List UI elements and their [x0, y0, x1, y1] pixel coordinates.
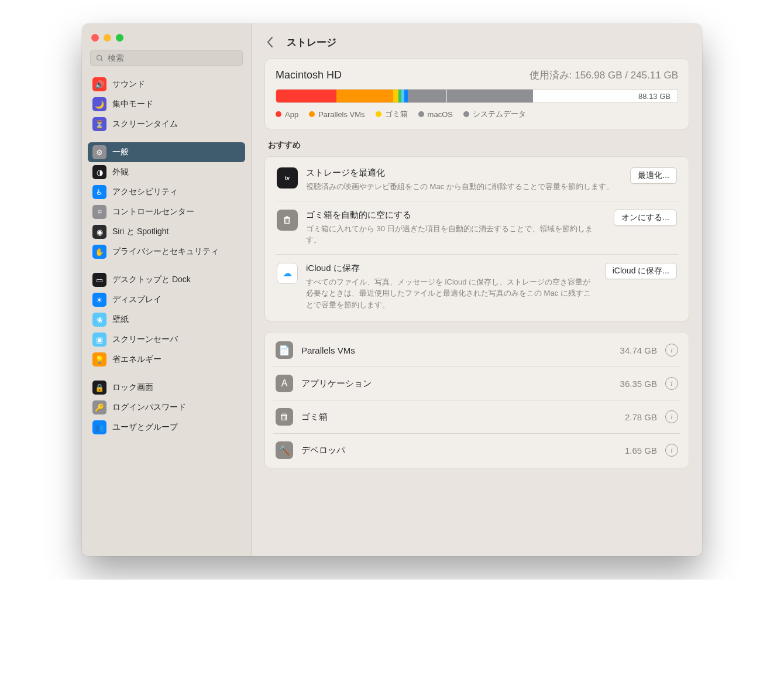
window-controls [88, 30, 245, 50]
category-name: デベロッパ [301, 445, 617, 456]
sidebar-item-icon: ✋ [92, 245, 106, 259]
recommendation-row: 🗑ゴミ箱を自動的に空にするゴミ箱に入れてから 30 日が過ぎた項目を自動的に消去… [276, 201, 678, 254]
sidebar: 🔊サウンド🌙集中モード⏳スクリーンタイム⚙一般◑外観♿︎アクセシビリティ⌗コント… [82, 23, 252, 556]
category-icon: 🔨 [276, 441, 293, 459]
storage-segment [408, 90, 446, 102]
recommendation-row: tvストレージを最適化視聴済みの映画やテレビ番組をこの Mac から自動的に削除… [276, 159, 678, 201]
sidebar-item-label: プライバシーとセキュリティ [112, 246, 219, 257]
sidebar-item-icon: ▣ [92, 333, 106, 347]
recommendation-button[interactable]: オンにする... [614, 210, 677, 226]
legend-label: システムデータ [473, 109, 526, 119]
legend-swatch [309, 111, 315, 117]
sidebar-item[interactable]: ◉Siri と Spotlight [88, 222, 245, 242]
sidebar-item-icon: 🌙 [92, 97, 106, 111]
recommendation-title: ストレージを最適化 [306, 167, 622, 179]
legend-item: ゴミ箱 [376, 109, 408, 119]
sidebar-item[interactable]: ☀ディスプレイ [88, 290, 245, 310]
fullscreen-window-button[interactable] [116, 34, 123, 42]
sidebar-item[interactable]: ✋プライバシーとセキュリティ [88, 242, 245, 262]
search-field[interactable] [90, 50, 243, 66]
storage-legend: AppParallels VMsゴミ箱macOSシステムデータ [276, 109, 678, 119]
storage-segment [447, 90, 533, 102]
storage-segment [276, 90, 336, 102]
sidebar-item-label: ログインパスワード [112, 402, 186, 413]
sidebar-item-icon: ☀ [92, 293, 106, 307]
category-icon: A [276, 375, 293, 392]
recommendation-desc: すべてのファイル、写真、メッセージを iCloud に保存し、ストレージの空き容… [306, 276, 597, 311]
sidebar-item-label: スクリーンセーバ [112, 334, 178, 345]
recommendation-button[interactable]: iCloud に保存... [605, 263, 677, 279]
free-space-label: 88.13 GB [638, 90, 670, 102]
recommendations-heading: おすすめ [268, 140, 689, 150]
legend-label: Parallels VMs [318, 110, 365, 119]
settings-window: 🔊サウンド🌙集中モード⏳スクリーンタイム⚙一般◑外観♿︎アクセシビリティ⌗コント… [82, 23, 702, 556]
back-button[interactable] [262, 34, 278, 50]
category-row[interactable]: Aアプリケーション36.35 GBi [273, 366, 680, 400]
disk-panel: Macintosh HD 使用済み: 156.98 GB / 245.11 GB… [264, 59, 689, 129]
sidebar-item-label: デスクトップと Dock [112, 275, 191, 285]
category-row[interactable]: 📄Parallels VMs34.74 GBi [273, 334, 680, 366]
sidebar-item[interactable]: ⏳スクリーンタイム [88, 114, 245, 134]
sidebar-item[interactable]: ⌗コントロールセンター [88, 202, 245, 222]
sidebar-item-label: スクリーンタイム [112, 119, 178, 129]
sidebar-item-icon: 🔒 [92, 381, 106, 395]
sidebar-item[interactable]: 👥ユーザとグループ [88, 417, 245, 437]
info-button[interactable]: i [665, 410, 678, 423]
info-button[interactable]: i [665, 344, 678, 357]
category-size: 1.65 GB [625, 446, 657, 455]
sidebar-item-label: アクセシビリティ [112, 187, 178, 197]
category-icon: 🗑 [276, 408, 293, 426]
info-button[interactable]: i [665, 377, 678, 390]
sidebar-item[interactable]: 🌙集中モード [88, 94, 245, 114]
sidebar-item[interactable]: ♿︎アクセシビリティ [88, 182, 245, 202]
sidebar-item[interactable]: 🔊サウンド [88, 74, 245, 94]
sidebar-item-icon: ◉ [92, 225, 106, 239]
legend-item: macOS [418, 109, 453, 119]
sidebar-item[interactable]: 💡省エネルギー [88, 350, 245, 369]
sidebar-item-label: Siri と Spotlight [112, 227, 169, 237]
sidebar-item-label: サウンド [112, 79, 145, 90]
sidebar-item[interactable]: ❀壁紙 [88, 310, 245, 330]
recommendation-button[interactable]: 最適化... [630, 167, 677, 184]
sidebar-item-label: コントロールセンター [112, 207, 194, 217]
search-input[interactable] [108, 53, 238, 63]
sidebar-item-icon: ❀ [92, 313, 106, 327]
sidebar-item[interactable]: ▭デスクトップと Dock [88, 270, 245, 290]
legend-label: ゴミ箱 [385, 109, 408, 119]
sidebar-item[interactable]: ⚙一般 [88, 142, 245, 162]
svg-point-0 [97, 55, 102, 60]
sidebar-item[interactable]: ▣スクリーンセーバ [88, 330, 245, 350]
category-size: 36.35 GB [620, 379, 657, 389]
sidebar-item[interactable]: 🔑ログインパスワード [88, 398, 245, 417]
categories-panel: 📄Parallels VMs34.74 GBiAアプリケーション36.35 GB… [264, 332, 689, 468]
sidebar-item-label: 外観 [112, 167, 129, 177]
sidebar-item[interactable]: ◑外観 [88, 162, 245, 182]
category-name: Parallels VMs [301, 345, 612, 355]
sidebar-item-label: 省エネルギー [112, 354, 161, 365]
recommendation-icon: 🗑 [277, 210, 298, 231]
header: ストレージ [252, 23, 702, 59]
sidebar-item-label: ユーザとグループ [112, 422, 178, 433]
sidebar-item-label: ロック画面 [112, 382, 153, 393]
recommendation-row: ☁iCloud に保存すべてのファイル、写真、メッセージを iCloud に保存… [276, 254, 678, 319]
category-row[interactable]: 🔨デベロッパ1.65 GBi [273, 433, 680, 467]
legend-item: App [276, 109, 298, 119]
info-button[interactable]: i [665, 444, 678, 457]
close-window-button[interactable] [91, 34, 99, 42]
disk-usage-label: 使用済み: 156.98 GB / 245.11 GB [529, 68, 678, 82]
search-icon [95, 54, 104, 63]
category-row[interactable]: 🗑ゴミ箱2.78 GBi [273, 400, 680, 433]
sidebar-item-icon: ♿︎ [92, 185, 106, 199]
category-size: 34.74 GB [620, 345, 657, 355]
sidebar-item-icon: ⏳ [92, 117, 106, 131]
sidebar-item[interactable]: 🔒ロック画面 [88, 378, 245, 398]
content-area: ストレージ Macintosh HD 使用済み: 156.98 GB / 245… [252, 23, 702, 556]
svg-line-1 [101, 59, 103, 61]
recommendation-desc: 視聴済みの映画やテレビ番組をこの Mac から自動的に削除することで容量を節約し… [306, 181, 622, 193]
sidebar-item-label: 壁紙 [112, 314, 129, 325]
minimize-window-button[interactable] [104, 34, 111, 42]
recommendation-body: ストレージを最適化視聴済みの映画やテレビ番組をこの Mac から自動的に削除する… [306, 167, 622, 193]
legend-label: macOS [428, 110, 453, 119]
legend-label: App [285, 110, 298, 119]
legend-swatch [463, 111, 469, 117]
